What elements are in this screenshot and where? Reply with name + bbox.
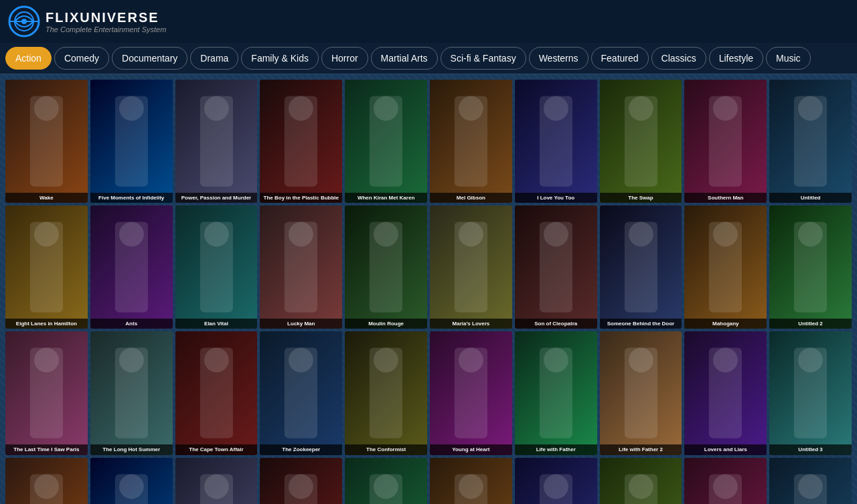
- movie-title: The Conformist: [345, 444, 427, 455]
- movie-card[interactable]: Young at Heart: [430, 331, 512, 454]
- svg-point-5: [34, 96, 59, 121]
- movie-card[interactable]: Eight Lanes in Hamilton: [5, 205, 88, 329]
- movie-card[interactable]: The Zookeeper: [260, 331, 342, 454]
- movie-card[interactable]: Untitled 7: [260, 458, 342, 504]
- svg-point-57: [544, 348, 568, 373]
- svg-point-19: [629, 96, 653, 121]
- logo-title: FLIXUNIVERSE: [46, 10, 166, 25]
- movie-card[interactable]: The Long Hot Summer: [90, 331, 173, 454]
- svg-point-23: [798, 96, 823, 121]
- movie-card[interactable]: The Cape Town Affair: [175, 331, 258, 454]
- movie-title: The Zookeeper: [260, 444, 342, 455]
- nav-item-drama[interactable]: Drama: [190, 47, 238, 70]
- movie-title: Son of Cleopatra: [515, 319, 597, 329]
- svg-point-37: [544, 222, 568, 247]
- movie-card[interactable]: Untitled 5: [90, 458, 173, 504]
- movie-card[interactable]: Untitled 3: [769, 331, 852, 454]
- svg-point-49: [204, 348, 229, 373]
- movie-title: Untitled: [769, 193, 852, 203]
- nav-item-westerns[interactable]: Westerns: [529, 47, 589, 70]
- movie-card[interactable]: Peter Yates: [345, 458, 427, 504]
- svg-point-35: [459, 222, 483, 247]
- movie-card[interactable]: The Conformist: [345, 331, 427, 454]
- movie-card[interactable]: Nicole Kidman: [515, 458, 597, 504]
- nav-item-action[interactable]: Action: [5, 47, 52, 70]
- logo-subtitle: The Complete Entertainment System: [46, 25, 166, 33]
- nav-item-featured[interactable]: Featured: [591, 47, 649, 70]
- movie-card[interactable]: Life with Father: [515, 331, 597, 454]
- movie-card[interactable]: Untitled 2: [769, 205, 852, 329]
- movie-title: When Kiran Met Karen: [345, 193, 427, 203]
- movie-title: Southern Man: [684, 193, 767, 203]
- svg-point-51: [289, 348, 313, 373]
- svg-point-65: [34, 474, 59, 499]
- movie-card[interactable]: I Love You Too: [515, 80, 597, 203]
- nav-item-classics[interactable]: Classics: [651, 47, 706, 70]
- movie-title: The Long Hot Summer: [90, 444, 173, 455]
- movie-title: Mahogany: [684, 319, 767, 329]
- movie-card[interactable]: Power, Passion and Murder: [175, 80, 258, 203]
- movie-card[interactable]: Five Moments of Infidelity: [90, 80, 173, 203]
- nav-item-martial-arts[interactable]: Martial Arts: [371, 47, 438, 70]
- movie-card[interactable]: Lovers and Liars: [684, 331, 767, 454]
- movie-title: Young at Heart: [430, 444, 512, 455]
- nav-item-comedy[interactable]: Comedy: [54, 47, 109, 70]
- nav-item-sci-fi---fantasy[interactable]: Sci-fi & Fantasy: [441, 47, 526, 70]
- movie-title: Lucky Man: [260, 319, 342, 329]
- movie-title: Maria's Lovers: [430, 319, 512, 329]
- movie-card[interactable]: Wake: [5, 80, 88, 203]
- movie-title: Untitled 2: [769, 319, 852, 329]
- movie-title: Ants: [90, 319, 173, 329]
- movie-title: Five Moments of Infidelity: [90, 193, 173, 203]
- svg-point-69: [204, 474, 229, 499]
- svg-point-9: [204, 96, 229, 121]
- svg-point-29: [204, 222, 229, 247]
- movie-card[interactable]: Life with Father 2: [600, 331, 682, 454]
- movie-card[interactable]: Lucky Man: [260, 205, 342, 329]
- svg-point-27: [119, 222, 144, 247]
- svg-point-47: [119, 348, 144, 373]
- movie-title: Life with Father 2: [600, 444, 682, 455]
- movie-card[interactable]: Southern Man: [684, 80, 767, 203]
- movie-card[interactable]: Maria's Lovers: [430, 205, 512, 329]
- svg-point-11: [289, 96, 313, 121]
- movie-card[interactable]: Untitled 6: [175, 458, 258, 504]
- movie-title: Untitled 3: [769, 444, 852, 455]
- movie-title: Power, Passion and Murder: [175, 193, 258, 203]
- movie-card[interactable]: Untitled 4: [5, 458, 88, 504]
- movie-card[interactable]: Son of Cleopatra: [515, 205, 597, 329]
- movie-card[interactable]: Mahogany: [684, 205, 767, 329]
- movie-card[interactable]: Tinsea: [684, 458, 767, 504]
- svg-point-67: [119, 474, 144, 499]
- svg-point-3: [21, 19, 27, 24]
- movie-card[interactable]: Untitled: [769, 80, 852, 203]
- movie-title: Moulin Rouge: [345, 319, 427, 329]
- movie-title: The Last Time I Saw Paris: [5, 444, 88, 455]
- movie-title: Lovers and Liars: [684, 444, 767, 455]
- movie-title: Eight Lanes in Hamilton: [5, 319, 88, 329]
- movie-card[interactable]: Someone Behind the Door: [600, 205, 682, 329]
- svg-point-39: [629, 222, 653, 247]
- movie-card[interactable]: The Boy in the Plastic Bubble: [260, 80, 342, 203]
- movie-card[interactable]: Elan Vital: [175, 205, 258, 329]
- movie-card[interactable]: The Last Time I Saw Paris: [5, 331, 88, 454]
- movie-title: Someone Behind the Door: [600, 319, 682, 329]
- movie-card[interactable]: The Swap: [600, 80, 682, 203]
- movie-card[interactable]: Johnny: [600, 458, 682, 504]
- nav-item-horror[interactable]: Horror: [321, 47, 368, 70]
- nav-item-family---kids[interactable]: Family & Kids: [241, 47, 319, 70]
- movie-card[interactable]: When Kiran Met Karen: [345, 80, 427, 203]
- movie-title: The Boy in the Plastic Bubble: [260, 193, 342, 203]
- movie-title: The Swap: [600, 193, 682, 203]
- svg-point-75: [459, 474, 483, 499]
- nav-item-lifestyle[interactable]: Lifestyle: [709, 47, 763, 70]
- movie-title: Elan Vital: [175, 319, 258, 329]
- movie-card[interactable]: Ants: [90, 205, 173, 329]
- movie-title: I Love You Too: [515, 193, 597, 203]
- movie-card[interactable]: Mel Gibson: [430, 80, 512, 203]
- movie-card[interactable]: Untitled 8: [430, 458, 512, 504]
- movie-card[interactable]: Moulin Rouge: [345, 205, 427, 329]
- movie-card[interactable]: Untitled 9: [769, 458, 852, 504]
- nav-item-music[interactable]: Music: [766, 47, 811, 70]
- nav-item-documentary[interactable]: Documentary: [112, 47, 187, 70]
